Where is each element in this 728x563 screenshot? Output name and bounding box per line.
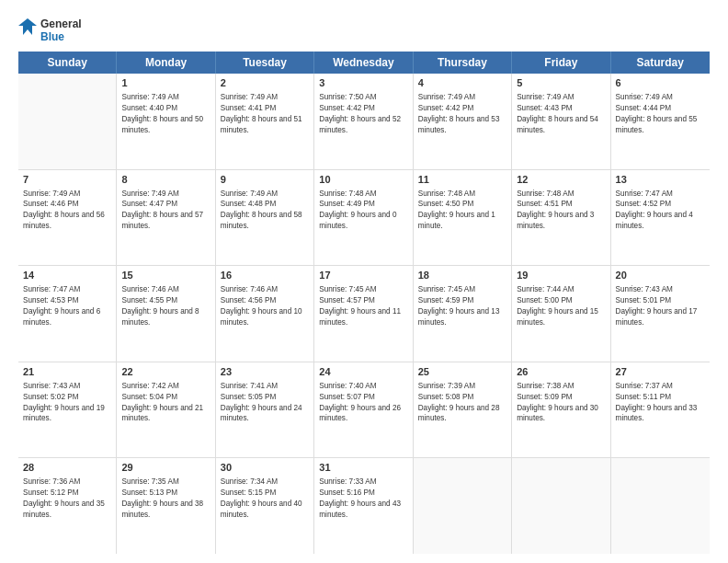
calendar-day-12: 12Sunrise: 7:48 AMSunset: 4:51 PMDayligh…	[512, 170, 610, 266]
calendar-day-16: 16Sunrise: 7:46 AMSunset: 4:56 PMDayligh…	[216, 266, 314, 362]
day-number: 23	[221, 365, 309, 380]
day-number: 6	[616, 76, 705, 91]
day-header-tuesday: Tuesday	[216, 52, 314, 74]
sun-info: Sunrise: 7:49 AMSunset: 4:40 PMDaylight:…	[121, 92, 210, 136]
page-header: General Blue	[18, 17, 710, 44]
day-number: 5	[517, 76, 605, 91]
calendar-day-10: 10Sunrise: 7:48 AMSunset: 4:49 PMDayligh…	[314, 170, 413, 266]
day-header-sunday: Sunday	[18, 52, 117, 74]
calendar-day-5: 5Sunrise: 7:49 AMSunset: 4:43 PMDaylight…	[512, 74, 610, 169]
calendar-day-17: 17Sunrise: 7:45 AMSunset: 4:57 PMDayligh…	[314, 266, 413, 362]
calendar-day-empty	[414, 458, 512, 554]
calendar-week-5: 28Sunrise: 7:36 AMSunset: 5:12 PMDayligh…	[18, 458, 710, 554]
day-number: 14	[23, 269, 111, 283]
day-number: 30	[221, 461, 309, 476]
calendar-day-19: 19Sunrise: 7:44 AMSunset: 5:00 PMDayligh…	[512, 266, 610, 362]
day-number: 25	[418, 365, 506, 380]
sun-info: Sunrise: 7:40 AMSunset: 5:07 PMDaylight:…	[319, 381, 407, 425]
calendar-day-25: 25Sunrise: 7:39 AMSunset: 5:08 PMDayligh…	[414, 362, 512, 458]
sun-info: Sunrise: 7:50 AMSunset: 4:42 PMDaylight:…	[319, 92, 407, 136]
day-header-wednesday: Wednesday	[314, 52, 413, 74]
calendar-day-11: 11Sunrise: 7:48 AMSunset: 4:50 PMDayligh…	[414, 170, 512, 266]
calendar-day-3: 3Sunrise: 7:50 AMSunset: 4:42 PMDaylight…	[314, 74, 413, 169]
sun-info: Sunrise: 7:41 AMSunset: 5:05 PMDaylight:…	[221, 381, 309, 425]
day-number: 11	[418, 173, 506, 188]
calendar-day-7: 7Sunrise: 7:49 AMSunset: 4:46 PMDaylight…	[18, 170, 117, 266]
calendar-week-3: 14Sunrise: 7:47 AMSunset: 4:53 PMDayligh…	[18, 266, 710, 362]
day-number: 8	[121, 173, 210, 188]
logo-blue: Blue	[40, 30, 82, 43]
calendar-day-21: 21Sunrise: 7:43 AMSunset: 5:02 PMDayligh…	[18, 362, 117, 458]
calendar-day-26: 26Sunrise: 7:38 AMSunset: 5:09 PMDayligh…	[512, 362, 610, 458]
sun-info: Sunrise: 7:49 AMSunset: 4:43 PMDaylight:…	[517, 92, 605, 136]
day-number: 21	[23, 365, 111, 380]
calendar-day-28: 28Sunrise: 7:36 AMSunset: 5:12 PMDayligh…	[18, 458, 117, 554]
day-number: 15	[121, 269, 210, 283]
day-number: 16	[221, 269, 309, 283]
sun-info: Sunrise: 7:35 AMSunset: 5:13 PMDaylight:…	[121, 477, 210, 521]
day-number: 19	[517, 269, 605, 283]
day-number: 24	[319, 365, 407, 380]
sun-info: Sunrise: 7:43 AMSunset: 5:01 PMDaylight:…	[616, 284, 705, 328]
calendar-week-4: 21Sunrise: 7:43 AMSunset: 5:02 PMDayligh…	[18, 362, 710, 459]
calendar-day-23: 23Sunrise: 7:41 AMSunset: 5:05 PMDayligh…	[216, 362, 314, 458]
sun-info: Sunrise: 7:49 AMSunset: 4:42 PMDaylight:…	[418, 92, 506, 136]
day-number: 26	[517, 365, 605, 380]
day-number: 20	[616, 269, 705, 283]
calendar-week-2: 7Sunrise: 7:49 AMSunset: 4:46 PMDaylight…	[18, 170, 710, 267]
calendar-day-empty	[512, 458, 610, 554]
sun-info: Sunrise: 7:46 AMSunset: 4:55 PMDaylight:…	[121, 284, 210, 328]
calendar-page: General Blue SundayMondayTuesdayWednesda…	[0, 0, 728, 563]
calendar-day-31: 31Sunrise: 7:33 AMSunset: 5:16 PMDayligh…	[314, 458, 413, 554]
calendar-day-22: 22Sunrise: 7:42 AMSunset: 5:04 PMDayligh…	[117, 362, 215, 458]
day-number: 10	[319, 173, 407, 188]
sun-info: Sunrise: 7:39 AMSunset: 5:08 PMDaylight:…	[418, 381, 506, 425]
calendar-day-20: 20Sunrise: 7:43 AMSunset: 5:01 PMDayligh…	[611, 266, 710, 362]
sun-info: Sunrise: 7:38 AMSunset: 5:09 PMDaylight:…	[517, 381, 605, 425]
sun-info: Sunrise: 7:49 AMSunset: 4:48 PMDaylight:…	[221, 189, 309, 233]
sun-info: Sunrise: 7:48 AMSunset: 4:49 PMDaylight:…	[319, 189, 407, 233]
calendar-day-6: 6Sunrise: 7:49 AMSunset: 4:44 PMDaylight…	[611, 74, 710, 169]
calendar-day-2: 2Sunrise: 7:49 AMSunset: 4:41 PMDaylight…	[216, 74, 314, 169]
sun-info: Sunrise: 7:46 AMSunset: 4:56 PMDaylight:…	[221, 284, 309, 328]
sun-info: Sunrise: 7:47 AMSunset: 4:53 PMDaylight:…	[23, 284, 111, 328]
sun-info: Sunrise: 7:37 AMSunset: 5:11 PMDaylight:…	[616, 381, 705, 425]
day-header-saturday: Saturday	[611, 52, 710, 74]
calendar-week-1: 1Sunrise: 7:49 AMSunset: 4:40 PMDaylight…	[18, 74, 710, 170]
calendar-day-empty	[18, 74, 117, 169]
calendar-day-4: 4Sunrise: 7:49 AMSunset: 4:42 PMDaylight…	[414, 74, 512, 169]
sun-info: Sunrise: 7:49 AMSunset: 4:44 PMDaylight:…	[616, 92, 705, 136]
svg-marker-0	[18, 18, 37, 35]
day-number: 27	[616, 365, 705, 380]
sun-info: Sunrise: 7:49 AMSunset: 4:47 PMDaylight:…	[121, 189, 210, 233]
calendar-day-9: 9Sunrise: 7:49 AMSunset: 4:48 PMDaylight…	[216, 170, 314, 266]
day-number: 22	[121, 365, 210, 380]
calendar-day-8: 8Sunrise: 7:49 AMSunset: 4:47 PMDaylight…	[117, 170, 215, 266]
day-number: 31	[319, 461, 407, 476]
logo-general: General	[40, 17, 82, 30]
sun-info: Sunrise: 7:45 AMSunset: 4:57 PMDaylight:…	[319, 284, 407, 328]
sun-info: Sunrise: 7:44 AMSunset: 5:00 PMDaylight:…	[517, 284, 605, 328]
sun-info: Sunrise: 7:48 AMSunset: 4:51 PMDaylight:…	[517, 189, 605, 233]
calendar-day-24: 24Sunrise: 7:40 AMSunset: 5:07 PMDayligh…	[314, 362, 413, 458]
day-header-monday: Monday	[117, 52, 215, 74]
calendar-day-27: 27Sunrise: 7:37 AMSunset: 5:11 PMDayligh…	[611, 362, 710, 458]
day-number: 28	[23, 461, 111, 476]
sun-info: Sunrise: 7:48 AMSunset: 4:50 PMDaylight:…	[418, 189, 506, 233]
sun-info: Sunrise: 7:33 AMSunset: 5:16 PMDaylight:…	[319, 477, 407, 521]
day-number: 17	[319, 269, 407, 283]
day-number: 29	[121, 461, 210, 476]
sun-info: Sunrise: 7:43 AMSunset: 5:02 PMDaylight:…	[23, 381, 111, 425]
sun-info: Sunrise: 7:42 AMSunset: 5:04 PMDaylight:…	[121, 381, 210, 425]
day-number: 9	[221, 173, 309, 188]
calendar-day-empty	[611, 458, 710, 554]
day-number: 3	[319, 76, 407, 91]
calendar-header: SundayMondayTuesdayWednesdayThursdayFrid…	[18, 52, 710, 74]
day-number: 7	[23, 173, 111, 188]
calendar-day-14: 14Sunrise: 7:47 AMSunset: 4:53 PMDayligh…	[18, 266, 117, 362]
logo-bird-icon	[18, 17, 37, 44]
logo: General Blue	[18, 17, 82, 44]
day-number: 4	[418, 76, 506, 91]
calendar-body: 1Sunrise: 7:49 AMSunset: 4:40 PMDaylight…	[18, 74, 710, 554]
sun-info: Sunrise: 7:45 AMSunset: 4:59 PMDaylight:…	[418, 284, 506, 328]
